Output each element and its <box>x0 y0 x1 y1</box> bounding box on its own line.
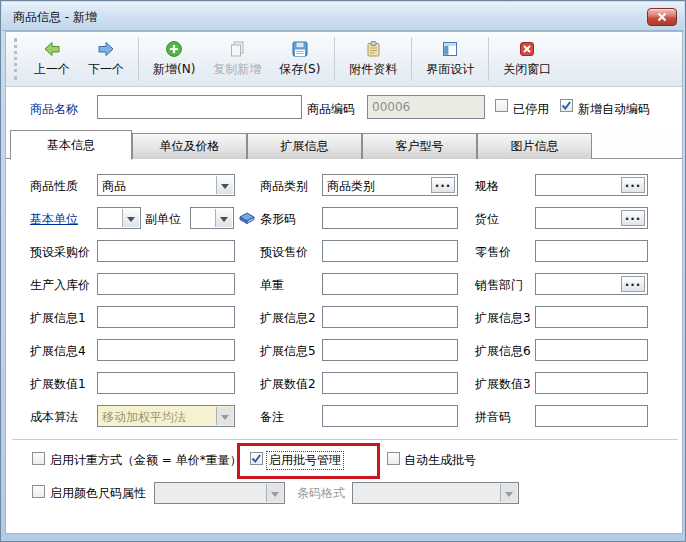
toolbar-separator <box>411 37 412 81</box>
pinyin-input[interactable] <box>535 405 648 427</box>
attachment-icon <box>364 40 382 58</box>
sale-price-input[interactable] <box>322 240 458 262</box>
ext-num1-input[interactable] <box>97 372 235 394</box>
ext-info2-input[interactable] <box>322 306 458 328</box>
tab-units-prices[interactable]: 单位及价格 <box>132 133 247 159</box>
sales-dept-label: 销售部门 <box>475 277 523 294</box>
chevron-down-icon <box>500 484 517 502</box>
tab-customer-model[interactable]: 客户型号 <box>362 133 477 159</box>
title-bar[interactable]: 商品信息 - 新增 <box>2 2 684 31</box>
unit-weight-label: 单重 <box>260 277 284 294</box>
chevron-down-icon <box>216 407 233 425</box>
location-browse-button[interactable]: ... <box>621 210 645 226</box>
sub-unit-select[interactable] <box>190 207 234 229</box>
toolbar: 上一个 下一个 新增(N) <box>6 32 682 87</box>
ext-info6-label: 扩展信息6 <box>475 343 531 360</box>
tab-basic-info[interactable]: 基本信息 <box>10 130 132 160</box>
close-window-button[interactable]: 关闭窗口 <box>494 36 560 82</box>
weight-mode-checkbox[interactable] <box>32 452 45 465</box>
ext-info4-input[interactable] <box>97 339 235 361</box>
add-new-button[interactable]: 新增(N) <box>144 36 204 82</box>
tab-extended-info[interactable]: 扩展信息 <box>247 133 362 159</box>
dialog-content: 上一个 下一个 新增(N) <box>5 31 683 534</box>
chevron-down-icon[interactable] <box>122 209 139 227</box>
close-button[interactable] <box>647 8 677 26</box>
product-code-input <box>367 95 485 119</box>
base-unit-select[interactable] <box>97 207 141 229</box>
ext-info6-input[interactable] <box>535 339 648 361</box>
auto-batch-label[interactable]: 自动生成批号 <box>404 452 476 469</box>
barcode-input[interactable] <box>322 207 458 229</box>
ext-num3-label: 扩展数值3 <box>475 376 531 393</box>
retail-price-label: 零售价 <box>475 244 511 261</box>
product-name-input[interactable] <box>97 95 302 119</box>
retail-price-input[interactable] <box>535 240 648 262</box>
location-field[interactable]: ... <box>535 207 648 229</box>
sale-price-label: 预设售价 <box>260 244 308 261</box>
toolbar-separator <box>334 37 335 81</box>
remark-label: 备注 <box>260 409 284 426</box>
barcode-label: 条形码 <box>260 211 296 228</box>
tab-image-info[interactable]: 图片信息 <box>477 133 592 159</box>
batch-mgmt-label[interactable]: 启用批号管理 <box>267 452 343 469</box>
product-name-label: 商品名称 <box>30 101 78 118</box>
toolbar-gripper[interactable] <box>14 38 17 80</box>
spec-field[interactable]: ... <box>535 174 648 196</box>
arrow-left-icon <box>43 40 61 58</box>
ui-design-button[interactable]: 界面设计 <box>417 36 483 82</box>
purchase-price-label: 预设采购价 <box>30 244 90 261</box>
ext-info1-input[interactable] <box>97 306 235 328</box>
product-info-dialog: 商品信息 - 新增 上一个 下一个 <box>0 0 686 542</box>
sales-dept-field[interactable]: ... <box>535 273 648 295</box>
save-icon <box>291 40 309 58</box>
copy-new-button: 复制新增 <box>204 36 270 82</box>
auto-batch-checkbox[interactable] <box>387 452 400 465</box>
attachments-button[interactable]: 附件资料 <box>340 36 406 82</box>
chevron-down-icon <box>266 484 283 502</box>
toolbar-separator <box>488 37 489 81</box>
ext-info5-label: 扩展信息5 <box>260 343 316 360</box>
chevron-down-icon[interactable] <box>216 176 233 194</box>
close-icon <box>656 12 668 22</box>
sales-dept-browse-button[interactable]: ... <box>621 276 645 292</box>
window-title: 商品信息 - 新增 <box>13 9 97 26</box>
next-button[interactable]: 下一个 <box>79 36 133 82</box>
unit-weight-input[interactable] <box>322 273 458 295</box>
production-price-input[interactable] <box>97 273 235 295</box>
stopped-checkbox-label[interactable]: 已停用 <box>513 101 549 118</box>
ext-info5-input[interactable] <box>322 339 458 361</box>
category-browse-button[interactable]: ... <box>431 177 455 193</box>
product-code-label: 商品编码 <box>307 101 355 118</box>
weight-mode-label[interactable]: 启用计重方式（金额 = 单价*重量） <box>50 452 242 469</box>
checkmark-icon <box>251 453 262 464</box>
autocode-checkbox[interactable] <box>560 99 573 112</box>
spec-browse-button[interactable]: ... <box>621 177 645 193</box>
save-button[interactable]: 保存(S) <box>270 36 329 82</box>
book-icon[interactable] <box>238 209 256 225</box>
batch-mgmt-checkbox[interactable] <box>250 452 263 465</box>
location-label: 货位 <box>475 211 499 228</box>
ext-info4-label: 扩展信息4 <box>30 343 86 360</box>
ext-info3-input[interactable] <box>535 306 648 328</box>
stopped-checkbox[interactable] <box>495 99 508 112</box>
ext-num2-input[interactable] <box>322 372 458 394</box>
toolbar-separator <box>138 37 139 81</box>
product-nature-label: 商品性质 <box>30 178 78 195</box>
purchase-price-input[interactable] <box>97 240 235 262</box>
color-size-checkbox[interactable] <box>32 485 45 498</box>
category-label: 商品类别 <box>260 178 308 195</box>
autocode-checkbox-label[interactable]: 新增自动编码 <box>578 101 650 118</box>
remark-input[interactable] <box>322 405 458 427</box>
footer-divider <box>12 439 678 440</box>
previous-button[interactable]: 上一个 <box>25 36 79 82</box>
chevron-down-icon[interactable] <box>215 209 232 227</box>
design-icon <box>441 40 459 58</box>
product-nature-select[interactable]: 商品 <box>97 174 235 196</box>
copy-icon <box>228 40 246 58</box>
base-unit-link[interactable]: 基本单位 <box>30 211 78 228</box>
category-field[interactable]: 商品类别 ... <box>322 174 458 196</box>
color-size-label[interactable]: 启用颜色尺码属性 <box>50 485 146 502</box>
tab-strip: 基本信息 单位及价格 扩展信息 客户型号 图片信息 <box>6 130 682 159</box>
ext-num3-input[interactable] <box>535 372 648 394</box>
cost-method-select: 移动加权平均法 <box>97 405 235 427</box>
